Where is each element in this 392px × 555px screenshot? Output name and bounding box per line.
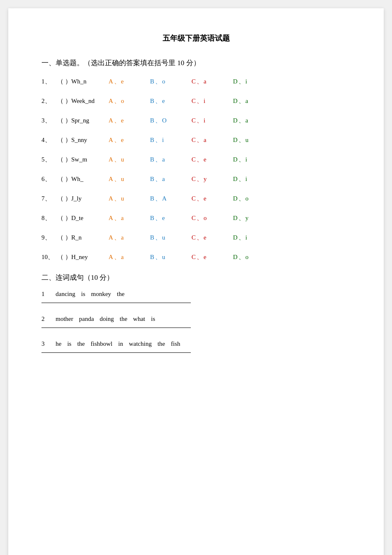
opt-A: A、e — [109, 136, 150, 144]
q-word: Wh_n — [71, 78, 109, 85]
opt-A: A、o — [109, 97, 150, 105]
opt-D: D、o — [233, 195, 275, 203]
opt-C: C、o — [192, 214, 233, 222]
q-blank: （ ） — [57, 175, 71, 183]
q-options: A、oB、eC、iD、a — [109, 97, 351, 105]
q-word: D_te — [71, 215, 109, 222]
opt-A: A、u — [109, 156, 150, 164]
sent-words: dancingismonkeythe — [56, 291, 124, 298]
answer-line — [41, 303, 191, 303]
q-num: 3、 — [41, 117, 57, 125]
question-row: 3、（ ）Spr_ngA、eB、OC、iD、a — [41, 117, 351, 125]
sent-words: heisthefishbowlinwatchingthefish — [56, 340, 180, 347]
q-word: Sw_m — [71, 156, 109, 163]
opt-D: D、u — [233, 136, 275, 144]
sentences-container: 1dancingismonkeythe2motherpandadoingthew… — [41, 291, 351, 353]
opt-B: B、u — [150, 234, 192, 242]
q-num: 10、 — [41, 253, 57, 261]
opt-B: B、e — [150, 97, 192, 105]
q-blank: （ ） — [57, 117, 71, 125]
opt-C: C、i — [192, 117, 233, 125]
opt-C: C、a — [192, 136, 233, 144]
q-num: 7、 — [41, 195, 57, 203]
q-word: S_nny — [71, 137, 109, 144]
opt-A: A、u — [109, 175, 150, 183]
sent-num: 3 — [41, 340, 50, 347]
sent-word: monkey — [91, 291, 111, 298]
q-options: A、eB、oC、aD、i — [109, 78, 351, 86]
q-options: A、aB、eC、oD、y — [109, 214, 351, 222]
q-word: Week_nd — [71, 98, 109, 105]
q-blank: （ ） — [57, 136, 71, 144]
question-row: 7、（ ）J_lyA、uB、AC、eD、o — [41, 195, 351, 203]
q-num: 4、 — [41, 136, 57, 144]
sent-word: doing — [100, 315, 114, 323]
sent-word: fish — [171, 340, 180, 347]
sent-row: 1dancingismonkeythe — [41, 291, 351, 298]
opt-B: B、A — [150, 195, 192, 203]
opt-B: B、u — [150, 253, 192, 261]
q-word: Spr_ng — [71, 117, 109, 124]
question-row: 1、（ ）Wh_nA、eB、oC、aD、i — [41, 78, 351, 86]
q-word: H_ney — [71, 254, 109, 261]
sent-word: the — [117, 291, 124, 298]
q-num: 9、 — [41, 234, 57, 242]
sent-word: what — [133, 315, 145, 323]
opt-D: D、a — [233, 97, 275, 105]
question-row: 2、（ ）Week_ndA、oB、eC、iD、a — [41, 97, 351, 105]
opt-B: B、a — [150, 156, 192, 164]
sent-word: is — [81, 291, 85, 298]
q-word: J_ly — [71, 195, 109, 202]
q-blank: （ ） — [57, 156, 71, 164]
q-num: 1、 — [41, 78, 57, 86]
opt-D: D、i — [233, 156, 275, 164]
opt-A: A、a — [109, 234, 150, 242]
opt-A: A、a — [109, 214, 150, 222]
question-row: 9、（ ）R_nA、aB、uC、eD、i — [41, 234, 351, 242]
sent-word: watching — [129, 340, 152, 347]
question-row: 5、（ ）Sw_mA、uB、aC、eD、i — [41, 156, 351, 164]
q-options: A、eB、iC、aD、u — [109, 136, 351, 144]
q-options: A、aB、uC、eD、o — [109, 253, 351, 261]
opt-A: A、u — [109, 195, 150, 203]
q-options: A、uB、AC、eD、o — [109, 195, 351, 203]
q-blank: （ ） — [57, 253, 71, 261]
sent-num: 1 — [41, 291, 50, 298]
opt-A: A、e — [109, 78, 150, 86]
q-word: R_n — [71, 234, 109, 241]
opt-C: C、e — [192, 253, 233, 261]
sent-word: is — [67, 340, 71, 347]
opt-C: C、a — [192, 78, 233, 86]
page: 五年级下册英语试题 一、单选题。（选出正确的答案填在括号里 10 分） 1、（ … — [8, 8, 384, 555]
q-blank: （ ） — [57, 234, 71, 242]
q-options: A、uB、aC、yD、i — [109, 175, 351, 183]
q-blank: （ ） — [57, 97, 71, 105]
section1: 一、单选题。（选出正确的答案填在括号里 10 分） 1、（ ）Wh_nA、eB、… — [41, 58, 351, 261]
opt-C: C、e — [192, 234, 233, 242]
opt-D: D、o — [233, 253, 275, 261]
sent-word: the — [120, 315, 127, 323]
q-blank: （ ） — [57, 214, 71, 222]
opt-D: D、y — [233, 214, 275, 222]
opt-C: C、i — [192, 97, 233, 105]
section2: 二、连词成句（10 分） 1dancingismonkeythe2motherp… — [41, 273, 351, 353]
opt-B: B、o — [150, 78, 192, 86]
sent-word: the — [158, 340, 165, 347]
opt-B: B、a — [150, 175, 192, 183]
sent-word: he — [56, 340, 61, 347]
opt-D: D、i — [233, 175, 275, 183]
sent-word: mother — [56, 315, 73, 323]
q-options: A、aB、uC、eD、i — [109, 234, 351, 242]
answer-line — [41, 352, 191, 353]
sent-word: dancing — [56, 291, 75, 298]
sent-words: motherpandadoingthewhatis — [56, 315, 155, 323]
q-num: 8、 — [41, 214, 57, 222]
sent-word: in — [118, 340, 123, 347]
sent-row: 2motherpandadoingthewhatis — [41, 315, 351, 323]
q-num: 2、 — [41, 97, 57, 105]
opt-B: B、O — [150, 117, 192, 125]
q-num: 5、 — [41, 156, 57, 164]
questions-container: 1、（ ）Wh_nA、eB、oC、aD、i2、（ ）Week_ndA、oB、eC… — [41, 78, 351, 261]
answer-line — [41, 328, 191, 328]
sent-word: panda — [79, 315, 94, 323]
